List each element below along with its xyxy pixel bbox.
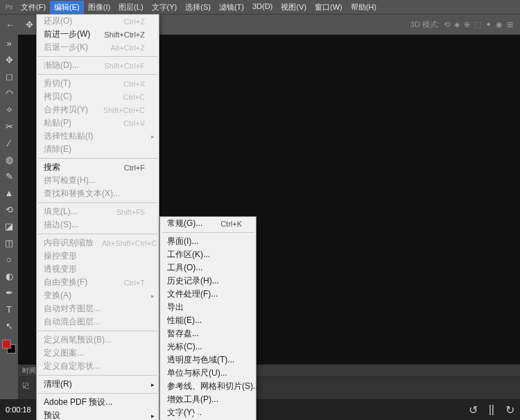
menu-item-label: 变换(A) <box>44 290 145 301</box>
menubar-item[interactable]: 选择(S) <box>181 1 215 14</box>
menu-separator <box>38 375 157 376</box>
menu-item[interactable]: 工作区(K)... <box>160 248 256 261</box>
menu-item: 后退一步(K)Alt+Ctrl+Z <box>37 41 159 54</box>
menubar-item[interactable]: 文件(F) <box>17 1 50 14</box>
menu-item[interactable]: Adobe PDF 预设... <box>37 396 159 409</box>
toolbar-icon-6[interactable]: ◉ <box>496 20 503 29</box>
toolbar-search-icon[interactable]: ⊞ <box>507 20 513 29</box>
forward-icon[interactable]: ↻ <box>505 403 514 417</box>
toolbar-icon-4[interactable]: ⬚ <box>474 20 481 29</box>
move-tool-icon[interactable]: ✥ <box>1 53 17 67</box>
timeline-tab[interactable]: 记 <box>22 381 29 391</box>
menu-item[interactable]: 参考线、网格和切片(S)... <box>160 380 256 393</box>
home-arrow-icon[interactable]: ← <box>3 19 18 30</box>
heal-tool-icon[interactable]: ◍ <box>1 152 17 167</box>
menu-item-label: 搜索 <box>44 161 116 173</box>
marquee-tool-icon[interactable]: ◻ <box>1 69 17 84</box>
menu-item: 拼写检查(H)... <box>37 174 159 187</box>
menu-item-shortcut: Ctrl+T <box>124 279 145 287</box>
menu-item-shortcut: Shift+F5 <box>116 208 145 216</box>
menubar-item[interactable]: 文字(Y) <box>148 1 182 14</box>
path-tool-icon[interactable]: ↖ <box>1 319 17 333</box>
menubar-item[interactable]: 窗口(W) <box>311 1 347 14</box>
stamp-tool-icon[interactable]: ▲ <box>1 186 17 200</box>
menu-item: 合并拷贝(Y)Shift+Ctrl+C <box>37 103 159 116</box>
menu-item-label: 描边(S)... <box>44 219 145 231</box>
menu-item[interactable]: 常规(G)...Ctrl+K <box>160 217 256 230</box>
menu-item: 还原(O)Ctrl+Z <box>37 15 159 28</box>
menu-item[interactable]: 预设▸ <box>37 409 159 420</box>
menubar-item[interactable]: 视图(V) <box>277 1 311 14</box>
menu-item-label: 渐隐(D)... <box>44 60 96 71</box>
menu-item-label: 文字(Y)... <box>167 407 242 419</box>
menu-item-label: 拼写检查(H)... <box>44 175 145 186</box>
menubar-item[interactable]: 图层(L) <box>114 1 147 14</box>
pause-icon[interactable]: || <box>489 403 494 416</box>
mode-3d-label: 3D 模式: <box>410 19 440 30</box>
menu-item-label: 还原(O) <box>44 15 116 27</box>
menu-separator <box>38 393 157 394</box>
toolbar-icon-3[interactable]: ⊕ <box>464 20 470 29</box>
play-time: 0:00:18 <box>6 405 31 414</box>
menu-item[interactable]: 清理(R)▸ <box>37 378 159 391</box>
pen-tool-icon[interactable]: ✒ <box>1 286 17 300</box>
menu-item-shortcut: Ctrl+C <box>123 93 145 101</box>
menu-item-label: 选择性粘贴(I) <box>44 130 145 142</box>
menu-item: 拷贝(C)Ctrl+C <box>37 90 159 103</box>
rewind-icon[interactable]: ↺ <box>469 403 478 417</box>
menu-item[interactable]: 历史记录(H)... <box>160 274 256 288</box>
menu-item[interactable]: 搜索Ctrl+F <box>37 161 159 174</box>
menu-item[interactable]: 增效工具(P)... <box>160 393 256 406</box>
menu-item[interactable]: 单位与标尺(U)... <box>160 367 256 380</box>
fg-color-swatch[interactable] <box>2 340 11 349</box>
brush-tool-icon[interactable]: ✎ <box>1 169 17 184</box>
eyedropper-tool-icon[interactable]: ⁄ <box>1 136 17 150</box>
menu-item[interactable]: 光标(C)... <box>160 340 256 353</box>
menu-separator <box>38 74 157 75</box>
menubar-item[interactable]: 图像(I) <box>84 1 114 14</box>
menu-item-label: 文件处理(F)... <box>167 288 242 300</box>
eraser-tool-icon[interactable]: ◪ <box>1 219 17 234</box>
history-brush-icon[interactable]: ⟲ <box>1 202 17 217</box>
menu-item[interactable]: 性能(E)... <box>160 314 256 327</box>
dodge-tool-icon[interactable]: ◐ <box>1 269 17 283</box>
menu-item[interactable]: 透明度与色域(T)... <box>160 353 256 367</box>
menu-item[interactable]: 暂存盘... <box>160 327 256 340</box>
menu-item[interactable]: 文字(Y)... <box>160 406 256 419</box>
blur-tool-icon[interactable]: ○ <box>1 252 17 267</box>
type-tool-icon[interactable]: T <box>1 302 17 317</box>
gradient-tool-icon[interactable]: ◫ <box>1 236 17 250</box>
menubar-item[interactable]: 3D(D) <box>248 1 277 14</box>
menu-item[interactable]: 工具(O)... <box>160 261 256 274</box>
menu-item-label: 导出 <box>167 301 242 313</box>
menu-item-shortcut: Ctrl+K <box>220 220 242 228</box>
menubar-item[interactable]: 滤镜(T) <box>215 1 248 14</box>
menu-item[interactable]: 界面(I)... <box>160 235 256 248</box>
menubar-item[interactable]: 帮助(H) <box>347 1 381 14</box>
menu-item: 自由变换(F)Ctrl+T <box>37 276 159 289</box>
menu-separator <box>38 234 157 234</box>
menu-item-label: 查找和替换文本(X)... <box>44 188 145 200</box>
submenu-arrow-icon: ▸ <box>151 292 155 299</box>
menu-item: 描边(S)... <box>37 218 159 231</box>
expand-icon[interactable]: » <box>1 36 17 51</box>
move-tool-indicator[interactable]: ✥ <box>21 17 37 33</box>
crop-tool-icon[interactable]: ✂ <box>1 119 17 134</box>
menu-item: 选择性粘贴(I)▸ <box>37 130 159 143</box>
wand-tool-icon[interactable]: ✧ <box>1 103 17 117</box>
toolbar-icon-2[interactable]: ◈ <box>454 20 460 29</box>
menu-item-label: 常规(G)... <box>167 218 212 229</box>
lasso-tool-icon[interactable]: ◠ <box>1 86 17 100</box>
menu-item-label: 前进一步(W) <box>44 28 96 40</box>
color-swatches[interactable] <box>2 340 16 353</box>
menu-item[interactable]: 文件处理(F)... <box>160 288 256 301</box>
menu-item[interactable]: 导出 <box>160 301 256 314</box>
menu-item-label: 自动对齐图层... <box>44 303 145 315</box>
toolbar-icon-5[interactable]: ✦ <box>485 20 492 29</box>
menu-item-shortcut: Shift+Ctrl+F <box>104 62 145 70</box>
menu-item-label: 填充(L)... <box>44 206 108 218</box>
toolbar-icon-1[interactable]: ⟲ <box>444 20 450 29</box>
menu-item[interactable]: 前进一步(W)Shift+Ctrl+Z <box>37 28 159 41</box>
menu-item-shortcut: Shift+Ctrl+Z <box>104 30 145 39</box>
menubar-item[interactable]: 编辑(E) <box>50 1 84 14</box>
